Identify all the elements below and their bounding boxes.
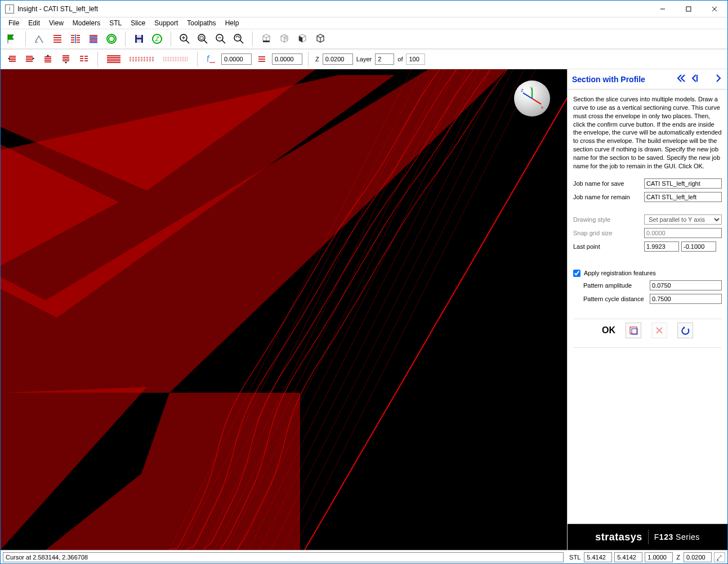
align-4-button[interactable] bbox=[58, 51, 74, 67]
ok-button[interactable]: OK bbox=[602, 325, 615, 335]
circle-z-button[interactable]: Z bbox=[149, 31, 165, 47]
view-back-button[interactable] bbox=[276, 31, 292, 47]
svg-rect-26 bbox=[137, 35, 141, 38]
circle-check-button[interactable] bbox=[104, 31, 119, 47]
brand-series: F123 Series bbox=[654, 532, 700, 541]
job-remain-input[interactable] bbox=[644, 192, 722, 202]
flag-button[interactable] bbox=[4, 31, 20, 47]
separator bbox=[197, 52, 198, 66]
cursor-position bbox=[3, 552, 564, 562]
dim-1-input[interactable] bbox=[221, 53, 252, 65]
svg-rect-1 bbox=[686, 7, 691, 11]
apply-registration-checkbox[interactable] bbox=[573, 270, 580, 277]
hatch-split-button[interactable] bbox=[68, 31, 83, 47]
hatch-dashed-button[interactable] bbox=[126, 51, 158, 67]
z-input[interactable] bbox=[323, 53, 353, 65]
brand-divider bbox=[648, 530, 649, 544]
menu-stl[interactable]: STL bbox=[105, 18, 126, 28]
menu-edit[interactable]: Edit bbox=[24, 18, 44, 28]
hatch-dotted-button[interactable] bbox=[160, 51, 191, 67]
panel-description: Section the slice curves into multiple m… bbox=[573, 95, 722, 171]
align-5-button[interactable] bbox=[76, 51, 92, 67]
layer-total bbox=[406, 53, 425, 65]
confirm-curve-button[interactable] bbox=[626, 323, 641, 338]
dim-2-input[interactable] bbox=[272, 53, 302, 65]
hatch-3-button[interactable] bbox=[86, 31, 101, 47]
side-panel: Section with Profile Section the slice c… bbox=[567, 69, 727, 550]
svg-text:Z: Z bbox=[521, 88, 524, 93]
zoom-out-button[interactable] bbox=[213, 31, 229, 47]
dim-left-icon bbox=[203, 51, 219, 67]
status-bar: STL Z bbox=[1, 550, 727, 563]
panel-first-button[interactable] bbox=[677, 74, 686, 85]
menu-file[interactable]: File bbox=[4, 18, 24, 28]
menu-help[interactable]: Help bbox=[221, 18, 244, 28]
pattern-amplitude-input[interactable] bbox=[650, 280, 722, 290]
view-iso-button[interactable] bbox=[312, 31, 328, 47]
undo-button[interactable] bbox=[677, 323, 693, 338]
align-1-button[interactable] bbox=[4, 51, 20, 67]
separator bbox=[25, 32, 26, 46]
cancel-button[interactable] bbox=[651, 323, 667, 338]
svg-line-31 bbox=[186, 40, 189, 43]
panel-next-button[interactable] bbox=[714, 74, 723, 85]
zoom-in-button[interactable] bbox=[177, 31, 193, 47]
stl-label: STL bbox=[568, 554, 582, 561]
svg-line-37 bbox=[222, 40, 225, 43]
panel-title: Section with Profile bbox=[572, 75, 677, 84]
pattern-cycle-label: Pattern cycle distance bbox=[583, 296, 650, 302]
app-icon: i bbox=[5, 5, 14, 14]
svg-rect-27 bbox=[137, 39, 141, 43]
zoom-fit-button[interactable] bbox=[231, 31, 247, 47]
align-2-button[interactable] bbox=[22, 51, 38, 67]
pattern-cycle-input[interactable] bbox=[650, 294, 722, 304]
job-save-input[interactable] bbox=[644, 178, 722, 189]
panel-prev-button[interactable] bbox=[690, 74, 699, 85]
menu-bar: File Edit View Modelers STL Slice Suppor… bbox=[1, 17, 727, 29]
view-triad-icon[interactable]: x Y Z bbox=[514, 80, 550, 117]
main-area: x Y Z Section with Profile Section the s… bbox=[1, 69, 727, 550]
status-tool-button[interactable] bbox=[714, 552, 725, 562]
svg-line-40 bbox=[240, 40, 243, 43]
panel-body: Section the slice curves into multiple m… bbox=[568, 89, 727, 524]
job-remain-label: Job name for remain bbox=[573, 194, 644, 200]
menu-toolpaths[interactable]: Toolpaths bbox=[182, 18, 220, 28]
align-3-button[interactable] bbox=[40, 51, 56, 67]
hatch-solid-button[interactable] bbox=[104, 51, 124, 67]
view-front-button[interactable] bbox=[294, 31, 310, 47]
snap-grid-label: Snap grid size bbox=[573, 230, 644, 236]
maximize-button[interactable] bbox=[676, 1, 702, 17]
panel-nav bbox=[677, 74, 723, 85]
layer-label: Layer bbox=[356, 56, 372, 62]
svg-point-24 bbox=[109, 36, 114, 42]
title-bar: i Insight - CATI STL_left_left bbox=[1, 1, 727, 17]
layer-input[interactable] bbox=[375, 53, 394, 65]
apply-registration-label: Apply registration features bbox=[584, 270, 656, 276]
orient-button[interactable] bbox=[32, 31, 47, 47]
zoom-cube-button[interactable] bbox=[195, 31, 211, 47]
svg-rect-41 bbox=[263, 41, 270, 42]
snap-grid-input bbox=[644, 228, 722, 238]
last-point-y-input[interactable] bbox=[681, 241, 716, 252]
separator bbox=[97, 52, 98, 66]
stl-y bbox=[614, 552, 642, 562]
toolbar-1: Z bbox=[1, 29, 727, 49]
save-button[interactable] bbox=[131, 31, 147, 47]
drawing-style-select: Set parallel to Y axis bbox=[644, 214, 722, 225]
hatch-1-button[interactable] bbox=[50, 31, 65, 47]
menu-support[interactable]: Support bbox=[150, 18, 182, 28]
svg-rect-92 bbox=[630, 327, 637, 334]
close-button[interactable] bbox=[702, 1, 727, 17]
svg-line-35 bbox=[204, 40, 207, 43]
menu-view[interactable]: View bbox=[44, 18, 68, 28]
menu-modelers[interactable]: Modelers bbox=[68, 18, 105, 28]
last-point-x-input[interactable] bbox=[644, 241, 679, 252]
pattern-amplitude-label: Pattern amplitude bbox=[583, 282, 650, 289]
window-controls bbox=[650, 1, 727, 17]
viewport-3d[interactable]: x Y Z bbox=[1, 69, 567, 550]
separator bbox=[308, 52, 309, 66]
menu-slice[interactable]: Slice bbox=[126, 18, 150, 28]
minimize-button[interactable] bbox=[650, 1, 676, 17]
view-bottom-button[interactable] bbox=[258, 31, 274, 47]
of-label: of bbox=[398, 56, 403, 62]
